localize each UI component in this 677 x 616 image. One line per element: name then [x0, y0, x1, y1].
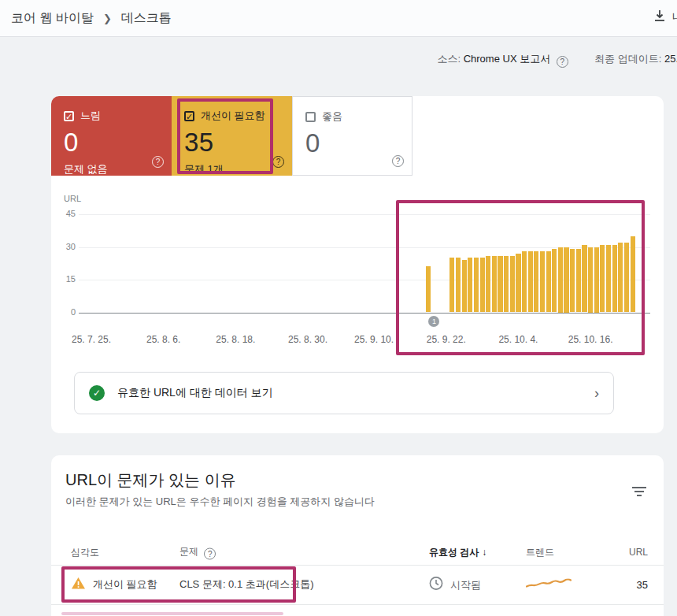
divider — [51, 604, 664, 605]
url-bar-chart: URL 453015025. 7. 25.25. 8. 6.25. 8. 18.… — [51, 197, 664, 347]
slow-label: 느림 — [80, 109, 101, 123]
chart-bar — [516, 254, 520, 313]
slow-help-icon[interactable]: ? — [152, 156, 164, 168]
column-issue[interactable]: 문제 ? — [179, 545, 219, 560]
good-count: 0 — [305, 128, 401, 158]
chart-bar — [504, 256, 509, 313]
chart-y-tick: 0 — [55, 307, 76, 317]
chart-x-tick: 25. 10. 4. — [498, 334, 538, 345]
clock-icon — [429, 577, 443, 593]
updated-value: 25. — [664, 53, 677, 65]
chart-bar — [540, 251, 545, 312]
status-card-slow[interactable]: ✓ 느림 0 문제 없음 ? — [51, 96, 172, 176]
row-validation: 시작됨 — [450, 577, 481, 592]
row-issue: CLS 문제: 0.1 초과(데스크톱) — [179, 577, 313, 592]
chart-x-tick: 25. 7. 25. — [72, 334, 111, 345]
chart-bar — [582, 245, 586, 313]
valid-url-data-link[interactable]: ✓ 유효한 URL에 대한 데이터 보기 › — [74, 372, 614, 414]
breadcrumb: 코어 웹 바이탈 ❯ 데스크톱 — [11, 10, 172, 27]
chart-x-tick: 25. 8. 6. — [146, 334, 180, 345]
chart-bar — [564, 247, 568, 313]
chart-bar — [468, 258, 472, 312]
slow-checkbox[interactable]: ✓ — [64, 111, 74, 121]
download-icon — [653, 9, 666, 25]
highlight-annotation-partial — [61, 612, 283, 615]
export-button[interactable]: 내 — [653, 9, 677, 25]
source-value: Chrome UX 보고서 — [464, 53, 551, 65]
status-card-row: ✓ 느림 0 문제 없음 ? ✓ 개선이 필요함 35 문제 1개 ? 좋음 0… — [51, 96, 412, 176]
good-help-icon[interactable]: ? — [392, 155, 404, 167]
chart-bar — [426, 266, 431, 312]
needs-improvement-sub: 문제 1개 — [184, 162, 281, 176]
chart-bar — [498, 256, 502, 313]
chart-bar — [624, 243, 629, 313]
issue-table-row[interactable]: 개선이 필요함 CLS 문제: 0.1 초과(데스크톱) 시작됨 35 — [51, 566, 664, 603]
export-label: 내 — [672, 10, 677, 24]
column-validation[interactable]: 유효성 검사↓ — [429, 546, 486, 559]
source-label: 소스: — [437, 53, 461, 65]
chart-marker-1: 1 — [428, 316, 439, 327]
issue-help-icon[interactable]: ? — [204, 548, 216, 560]
sort-down-icon: ↓ — [482, 547, 486, 558]
chart-y-tick: 15 — [55, 274, 76, 284]
chart-bar — [528, 251, 533, 312]
chart-bar — [631, 236, 635, 313]
source-help-icon[interactable]: ? — [557, 56, 568, 68]
chart-y-tick: 45 — [55, 209, 76, 218]
column-severity[interactable]: 심각도 — [71, 546, 99, 559]
chart-bar — [618, 243, 623, 313]
chart-x-tick: 25. 9. 22. — [427, 334, 466, 345]
chart-y-tick: 30 — [55, 242, 76, 251]
chart-x-tick: 25. 8. 30. — [288, 334, 327, 345]
slow-count: 0 — [64, 128, 161, 158]
filter-icon[interactable] — [632, 487, 646, 496]
valid-url-label: 유효한 URL에 대한 데이터 보기 — [117, 386, 582, 400]
chart-bar — [606, 245, 611, 313]
row-severity: 개선이 필요함 — [93, 577, 157, 592]
chart-bar — [534, 251, 538, 312]
chart-bar — [449, 258, 454, 312]
issues-panel: URL이 문제가 있는 이유 이러한 문제가 있는 URL은 우수한 페이지 경… — [51, 455, 664, 616]
status-card-good[interactable]: 좋음 0 ? — [292, 96, 412, 176]
chart-bar — [474, 258, 479, 312]
trend-sparkline — [526, 579, 572, 591]
chart-bar — [492, 256, 497, 313]
chart-x-tick: 25. 10. 16. — [568, 334, 613, 345]
chart-bar — [600, 245, 605, 313]
needs-improvement-count: 35 — [184, 128, 281, 158]
row-url-count: 35 — [637, 579, 648, 591]
issues-title: URL이 문제가 있는 이유 — [65, 469, 236, 491]
chart-panel: ✓ 느림 0 문제 없음 ? ✓ 개선이 필요함 35 문제 1개 ? 좋음 0… — [51, 96, 664, 433]
needs-improvement-help-icon[interactable]: ? — [272, 156, 284, 168]
chart-bar — [480, 258, 485, 312]
chart-bar — [588, 247, 593, 313]
issues-subtitle: 이러한 문제가 있는 URL은 우수한 페이지 경험을 제공하지 않습니다 — [65, 495, 375, 509]
breadcrumb-root[interactable]: 코어 웹 바이탈 — [11, 10, 94, 27]
chart-bar — [546, 251, 551, 312]
good-label: 좋음 — [322, 109, 342, 124]
breadcrumb-chevron-icon: ❯ — [103, 13, 112, 24]
needs-improvement-label: 개선이 필요함 — [201, 109, 265, 123]
issues-table-header: 심각도 문제 ? 유효성 검사↓ 트렌드 URL — [51, 540, 664, 564]
warning-icon — [71, 577, 86, 592]
chart-bar — [510, 256, 515, 313]
chart-gridline — [79, 313, 650, 314]
column-trend[interactable]: 트렌드 — [526, 546, 554, 559]
report-meta: 소스: Chrome UX 보고서 ? 최종 업데이트: 25. — [0, 52, 677, 68]
breadcrumb-page: 데스크톱 — [121, 10, 172, 27]
chart-bar — [594, 247, 599, 313]
valid-check-icon: ✓ — [89, 385, 105, 401]
chart-bar — [486, 256, 490, 313]
chart-bar — [576, 249, 581, 312]
chart-bar — [522, 251, 527, 312]
chart-y-axis-label: URL — [64, 194, 81, 203]
chart-bar — [558, 247, 563, 313]
column-url[interactable]: URL — [629, 547, 648, 558]
updated-label: 최종 업데이트: — [594, 53, 661, 65]
status-card-needs-improvement[interactable]: ✓ 개선이 필요함 35 문제 1개 ? — [172, 96, 292, 176]
chart-x-tick: 25. 9. 10. — [354, 334, 394, 345]
chart-bar — [456, 258, 461, 312]
chart-bar — [552, 249, 557, 312]
good-checkbox[interactable] — [305, 112, 316, 122]
needs-improvement-checkbox[interactable]: ✓ — [184, 111, 194, 121]
